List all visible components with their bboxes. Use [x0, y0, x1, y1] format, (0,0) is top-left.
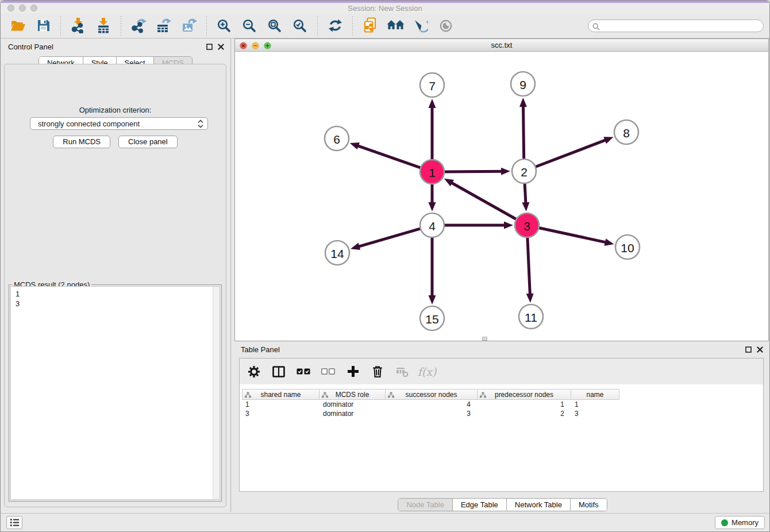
graph-edge-1-6[interactable]: [357, 145, 421, 168]
graph-node-6[interactable]: 6: [325, 126, 349, 151]
column-header-name[interactable]: name: [571, 389, 619, 400]
graph-edge-3-1[interactable]: [451, 182, 517, 219]
column-tree-icon: [245, 392, 251, 398]
table-cell[interactable]: 2: [478, 410, 571, 418]
graph-node-3[interactable]: 3: [515, 213, 539, 237]
table-cell[interactable]: 1: [571, 400, 619, 408]
criterion-dropdown-value: strongly connected component: [38, 119, 197, 128]
close-table-panel-icon[interactable]: [756, 346, 764, 353]
select-all-columns-button[interactable]: [296, 364, 311, 379]
tab-edge-table[interactable]: Edge Table: [453, 499, 507, 511]
close-panel-button[interactable]: Close panel: [118, 136, 178, 148]
function-builder-button[interactable]: f(x): [419, 364, 434, 379]
table-settings-button[interactable]: [247, 364, 261, 379]
table-cell[interactable]: dominator: [319, 400, 386, 408]
export-image-button[interactable]: [180, 16, 198, 36]
new-network-from-selection-icon: [363, 17, 378, 34]
tab-node-table[interactable]: Node Table: [398, 499, 453, 511]
split-pane-handle[interactable]: [482, 337, 487, 341]
graph-node-7[interactable]: 7: [420, 73, 444, 97]
graph-edge-2-9[interactable]: [523, 105, 524, 159]
graph-edge-2-8[interactable]: [536, 140, 607, 167]
graph-node-10[interactable]: 10: [615, 235, 640, 259]
table-panel-title: Table Panel: [241, 345, 280, 354]
graph-edge-2-3[interactable]: [525, 183, 526, 204]
open-file-button[interactable]: [9, 16, 27, 36]
graph-edge-3-11[interactable]: [528, 237, 530, 295]
table-cell[interactable]: 3: [386, 410, 478, 418]
create-column-button[interactable]: [345, 364, 360, 379]
table-cell[interactable]: dominator: [319, 410, 386, 418]
delete-table-button[interactable]: [395, 364, 410, 379]
toolbar-separator: [352, 16, 353, 36]
mcds-result-area[interactable]: 1 3: [10, 286, 220, 500]
toolbar-separator: [60, 16, 61, 36]
graph-edge-1-2[interactable]: [444, 171, 503, 172]
table-toolbar: f(x): [240, 358, 763, 384]
graph-node-9[interactable]: 9: [511, 72, 535, 96]
tab-network-table[interactable]: Network Table: [507, 499, 571, 511]
delete-column-button[interactable]: [370, 364, 385, 379]
mcds-result-group: MCDS result (2 nodes) 1 3: [9, 284, 222, 502]
table-row[interactable]: 3dominator323: [242, 409, 762, 418]
column-tree-icon: [480, 392, 486, 398]
column-tree-icon: [322, 392, 328, 398]
graph-node-8[interactable]: 8: [614, 120, 638, 144]
memory-button[interactable]: Memory: [715, 516, 765, 529]
svg-text:2: 2: [521, 165, 528, 179]
new-network-from-selection-button[interactable]: [361, 16, 379, 36]
graph-node-14[interactable]: 14: [325, 241, 349, 265]
tab-motifs[interactable]: Motifs: [571, 499, 607, 511]
graph-edge-3-10[interactable]: [539, 228, 607, 243]
show-hide-button[interactable]: [437, 16, 455, 36]
show-column-panel-button[interactable]: [271, 364, 286, 379]
table-row[interactable]: 1dominator411: [242, 400, 762, 409]
zoom-selected-button[interactable]: [291, 16, 309, 36]
table-cell[interactable]: 1: [242, 400, 319, 408]
column-header-successor-nodes[interactable]: successor nodes: [386, 389, 478, 400]
network-canvas-svg[interactable]: 1234678910111415: [235, 52, 768, 341]
table-cell[interactable]: 3: [571, 410, 619, 418]
search-input[interactable]: [588, 20, 764, 32]
import-network-button[interactable]: [69, 16, 87, 36]
column-header-predecessor-nodes[interactable]: predecessor nodes: [478, 389, 571, 400]
column-header-MCDS-role[interactable]: MCDS role: [319, 389, 386, 400]
vizmapper-button[interactable]: [411, 16, 430, 36]
mcds-result-text: 1 3: [11, 287, 213, 499]
graph-node-11[interactable]: 11: [519, 304, 543, 329]
zoom-out-button[interactable]: [240, 16, 259, 36]
run-mcds-button[interactable]: Run MCDS: [53, 136, 110, 148]
first-neighbors-button[interactable]: [386, 16, 405, 36]
checked-boxes-icon: [297, 368, 310, 375]
column-header-label: MCDS role: [336, 391, 369, 399]
import-table-button[interactable]: [94, 16, 113, 36]
zoom-in-button[interactable]: [215, 16, 233, 36]
graph-node-15[interactable]: 15: [420, 306, 444, 330]
result-scrollbar[interactable]: [213, 287, 220, 499]
graph-edge-4-14[interactable]: [358, 229, 421, 247]
task-history-button[interactable]: [6, 516, 22, 529]
criterion-dropdown[interactable]: strongly connected component: [30, 117, 208, 130]
table-cell[interactable]: 1: [478, 400, 571, 408]
network-window-titlebar[interactable]: scc.txt: [235, 39, 768, 52]
graph-node-4[interactable]: 4: [420, 213, 444, 237]
float-table-panel-icon[interactable]: [745, 346, 752, 353]
column-header-shared-name[interactable]: shared name: [242, 389, 319, 400]
export-network-button[interactable]: [129, 16, 148, 36]
graph-edge-arrowhead: [429, 99, 436, 108]
float-panel-icon[interactable]: [206, 43, 213, 51]
graph-node-1[interactable]: 1: [420, 160, 444, 184]
export-table-button[interactable]: [155, 16, 173, 36]
eye-icon: [438, 18, 453, 33]
graph-node-2[interactable]: 2: [512, 159, 536, 183]
gear-icon: [248, 365, 260, 378]
zoom-fit-button[interactable]: [265, 16, 284, 36]
table-cell[interactable]: 3: [242, 410, 319, 418]
svg-text:14: 14: [330, 247, 344, 260]
save-session-button[interactable]: [34, 16, 52, 36]
apply-layout-button[interactable]: [326, 16, 344, 36]
table-cell[interactable]: 4: [386, 400, 478, 408]
close-panel-icon[interactable]: [217, 43, 225, 51]
vizmapper-icon: [413, 18, 428, 33]
unselect-all-columns-button[interactable]: [321, 364, 336, 379]
